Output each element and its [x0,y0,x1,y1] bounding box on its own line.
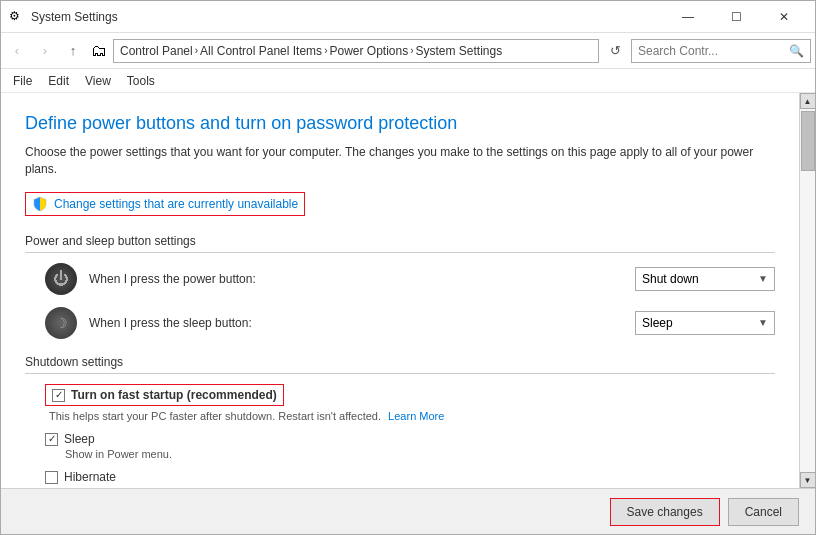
menu-edit[interactable]: Edit [40,72,77,90]
minimize-button[interactable]: — [665,1,711,33]
sleep-option-label: Sleep [64,432,95,446]
power-sleep-header: Power and sleep button settings [25,234,775,253]
sleep-checkbox[interactable] [45,433,58,446]
window-controls: — ☐ ✕ [665,1,807,33]
search-box[interactable]: 🔍 [631,39,811,63]
hibernate-option-group: Hibernate Show in Power menu. [45,470,775,488]
sleep-option-group: Sleep Show in Power menu. [45,432,775,460]
shutdown-section: Shutdown settings Turn on fast startup (… [25,355,775,488]
save-changes-button[interactable]: Save changes [610,498,720,526]
up-button[interactable]: ↑ [61,39,85,63]
power-button-value: Shut down [642,272,699,286]
cancel-button[interactable]: Cancel [728,498,799,526]
fast-startup-label: Turn on fast startup (recommended) [71,388,277,402]
title-bar: ⚙ System Settings — ☐ ✕ [1,1,815,33]
page-subtitle: Choose the power settings that you want … [25,144,775,178]
menu-bar: File Edit View Tools [1,69,815,93]
fast-startup-sublabel: This helps start your PC faster after sh… [49,410,775,422]
breadcrumb-system-settings: System Settings [416,44,503,58]
sleep-icon: ☽ [45,307,77,339]
window-title: System Settings [31,10,665,24]
change-settings-label: Change settings that are currently unava… [54,197,298,211]
breadcrumb: Control Panel › All Control Panel Items … [120,44,502,58]
sleep-select-arrow: ▼ [758,317,768,328]
menu-file[interactable]: File [5,72,40,90]
power-select-arrow: ▼ [758,273,768,284]
power-button-label: When I press the power button: [89,272,623,286]
search-icon: 🔍 [789,44,804,58]
shutdown-options: Turn on fast startup (recommended) This … [25,384,775,488]
scroll-up-button[interactable]: ▲ [800,93,816,109]
power-button-row: ⏻ When I press the power button: Shut do… [25,263,775,295]
search-input[interactable] [638,44,789,58]
sleep-button-label: When I press the sleep button: [89,316,623,330]
power-icon: ⏻ [45,263,77,295]
power-button-select[interactable]: Shut down ▼ [635,267,775,291]
hibernate-option-label: Hibernate [64,470,116,484]
scrollbar: ▲ ▼ [799,93,815,488]
close-button[interactable]: ✕ [761,1,807,33]
shutdown-header: Shutdown settings [25,355,775,374]
scrollbar-track[interactable] [800,109,815,472]
scroll-down-button[interactable]: ▼ [800,472,816,488]
sleep-button-value: Sleep [642,316,673,330]
hibernate-checkbox[interactable] [45,471,58,484]
page-title: Define power buttons and turn on passwor… [25,113,775,134]
menu-tools[interactable]: Tools [119,72,163,90]
scrollbar-thumb[interactable] [801,111,815,171]
forward-button[interactable]: › [33,39,57,63]
content-area: Define power buttons and turn on passwor… [1,93,815,488]
footer: Save changes Cancel [1,488,815,534]
sleep-button-select[interactable]: Sleep ▼ [635,311,775,335]
main-content: Define power buttons and turn on passwor… [1,93,799,488]
fast-startup-checkbox[interactable] [52,389,65,402]
change-settings-link[interactable]: Change settings that are currently unava… [25,192,305,216]
back-button[interactable]: ‹ [5,39,29,63]
address-box[interactable]: Control Panel › All Control Panel Items … [113,39,599,63]
address-bar: ‹ › ↑ 🗂 Control Panel › All Control Pane… [1,33,815,69]
breadcrumb-control-panel: Control Panel [120,44,193,58]
sleep-button-row: ☽ When I press the sleep button: Sleep ▼ [25,307,775,339]
menu-view[interactable]: View [77,72,119,90]
system-settings-window: ⚙ System Settings — ☐ ✕ ‹ › ↑ 🗂 Control … [0,0,816,535]
fast-startup-group: Turn on fast startup (recommended) This … [45,384,775,422]
sleep-sublabel: Show in Power menu. [65,448,775,460]
refresh-button[interactable]: ↺ [603,39,627,63]
breadcrumb-power-options: Power Options [329,44,408,58]
shield-icon [32,196,48,212]
window-icon: ⚙ [9,9,25,25]
learn-more-link[interactable]: Learn More [388,410,444,422]
breadcrumb-all-items: All Control Panel Items [200,44,322,58]
folder-icon: 🗂 [91,42,107,60]
power-sleep-section: Power and sleep button settings ⏻ When I… [25,234,775,339]
maximize-button[interactable]: ☐ [713,1,759,33]
